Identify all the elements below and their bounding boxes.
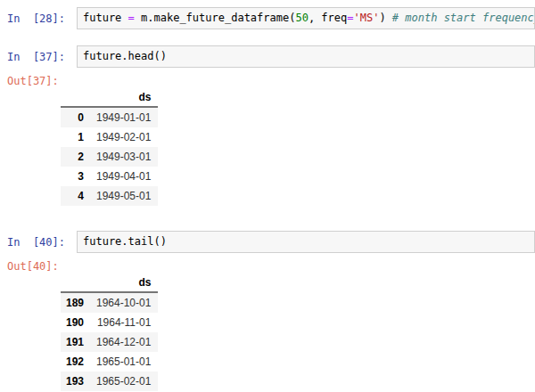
table-row: 2 1949-03-01 (61, 147, 158, 167)
value-cell: 1965-01-01 (89, 352, 158, 372)
index-cell: 191 (61, 332, 89, 352)
code-token-string: 'MS' (353, 12, 379, 24)
index-cell: 193 (61, 372, 89, 391)
code-cell-28: In [28]: future = m.make_future_datafram… (0, 7, 535, 29)
table-header-row: ds (61, 274, 158, 292)
value-cell: 1964-12-01 (89, 332, 158, 352)
value-cell: 1949-02-01 (89, 127, 158, 147)
code-input-37[interactable]: future.head() (77, 45, 535, 68)
column-header-ds: ds (89, 274, 158, 292)
output-area-37: Out[37]: ds 0 1949-01-01 1 1949-02-01 2 (0, 75, 535, 206)
index-cell: 189 (61, 292, 89, 313)
index-cell: 1 (61, 127, 89, 147)
input-prompt-40: In [40]: (0, 231, 77, 253)
table-row: 3 1949-04-01 (61, 167, 158, 186)
value-cell: 1949-05-01 (89, 186, 158, 206)
input-prompt-28: In [28]: (0, 7, 77, 29)
code-token: future (83, 12, 128, 24)
index-header (61, 89, 89, 107)
code-cell-40: In [40]: future.tail() (0, 231, 535, 253)
table-row: 4 1949-05-01 (61, 186, 158, 206)
value-cell: 1964-11-01 (89, 313, 158, 332)
index-cell: 192 (61, 352, 89, 372)
table-row: 192 1965-01-01 (61, 352, 158, 372)
output-prompt-37: Out[37]: (0, 75, 535, 87)
value-cell: 1949-04-01 (89, 167, 158, 186)
value-cell: 1949-03-01 (89, 147, 158, 167)
table-header-row: ds (61, 89, 158, 107)
code-input-40[interactable]: future.tail() (77, 231, 535, 253)
index-cell: 4 (61, 186, 89, 206)
table-row: 190 1964-11-01 (61, 313, 158, 332)
column-header-ds: ds (89, 89, 158, 107)
dataframe-table-head: ds 0 1949-01-01 1 1949-02-01 2 1949-03-0… (61, 89, 158, 206)
table-row: 189 1964-10-01 (61, 292, 158, 313)
dataframe-table-tail: ds 189 1964-10-01 190 1964-11-01 191 196… (61, 274, 158, 391)
output-prompt-40: Out[40]: (0, 260, 535, 273)
code-token: m.make_future_dataframe( (135, 12, 296, 24)
index-cell: 190 (61, 313, 89, 332)
code-token-comment: # month start frequency (392, 12, 535, 24)
index-header (61, 274, 89, 292)
index-cell: 3 (61, 167, 89, 186)
value-cell: 1964-10-01 (89, 292, 158, 313)
code-token: future.tail() (83, 235, 167, 248)
index-cell: 0 (61, 107, 89, 127)
table-row: 1 1949-02-01 (61, 127, 158, 147)
input-prompt-37: In [37]: (0, 45, 77, 68)
table-row: 0 1949-01-01 (61, 107, 158, 127)
output-area-40: Out[40]: ds 189 1964-10-01 190 1964-11-0… (0, 260, 535, 391)
notebook-page: In [28]: future = m.make_future_datafram… (0, 0, 535, 392)
code-token: ) (379, 12, 391, 24)
code-token-number: 50 (295, 12, 308, 24)
value-cell: 1949-01-01 (89, 107, 158, 127)
code-token: , freq (309, 12, 347, 24)
index-cell: 2 (61, 147, 89, 167)
code-input-28[interactable]: future = m.make_future_dataframe(50, fre… (77, 7, 535, 29)
code-token-operator: = (128, 12, 135, 24)
code-cell-37: In [37]: future.head() (0, 45, 535, 68)
table-row: 193 1965-02-01 (61, 372, 158, 391)
code-token: future.head() (83, 50, 167, 62)
table-row: 191 1964-12-01 (61, 332, 158, 352)
value-cell: 1965-02-01 (89, 372, 158, 391)
